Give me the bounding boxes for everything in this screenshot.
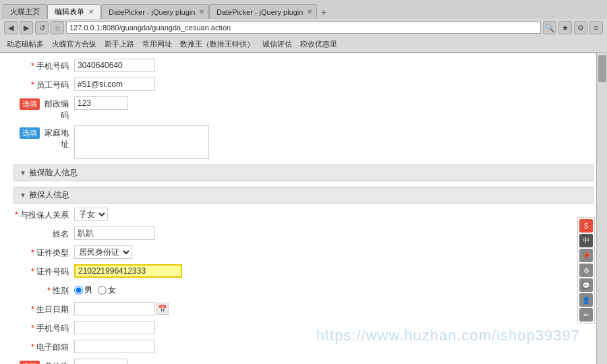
post-code-row: 选填 邮政编码 [13,96,594,121]
home-address-textarea[interactable] [74,125,209,159]
id-number-row: * 证件号码 [13,264,594,279]
address-bar-row: ◀ ▶ ↺ ⌂ 🔍 ★ ⚙ ≡ [0,19,607,36]
gender-label: * 性别 [13,283,74,297]
float-user-button[interactable]: 👤 [579,293,593,307]
mobile-input[interactable] [74,321,155,334]
post-code-label-container: 选填 邮政编码 [13,96,74,121]
address-input[interactable] [66,22,541,34]
relation-required-star: * [15,210,18,220]
page-content: * 手机号码 * 员工号码 选填 邮政编码 选填 家庭地址 被保险人信息 被保人… [0,53,607,364]
work-address-badge: 选填 [20,361,40,364]
gender-female-text: 女 [108,284,116,296]
calendar-icon[interactable]: 📅 [156,303,169,315]
phone-row: * 手机号码 [13,59,594,73]
birthday-required-star: * [31,305,34,314]
phone-required-star: * [31,61,34,71]
bookmark-icon[interactable]: ★ [558,21,572,34]
employee-num-input[interactable] [74,78,155,91]
birthday-input[interactable] [74,302,155,315]
mobile-row: * 手机号码 [13,321,594,336]
id-number-label: * 证件号码 [13,264,74,278]
tab-datepicker1-close[interactable]: ✕ [199,8,204,16]
birthday-label: * 生日日期 [13,302,74,315]
gender-required-star: * [47,286,51,295]
tab-datepicker2-label: DatePicker - jQuery plugin [216,8,303,16]
toolbar-credit[interactable]: 诚信评估 [260,38,295,50]
float-input-method[interactable]: 中 [579,234,593,247]
floating-toolbar: S 中 📌 ⚙ 💬 👤 ✏ [577,217,595,324]
back-button[interactable]: ◀ [4,21,18,34]
gender-female-label[interactable]: 女 [98,284,116,296]
home-address-row: 选填 家庭地址 [13,125,594,159]
name-label: 姓名 [13,226,74,240]
tab-datepicker2[interactable]: DatePicker - jQuery plugin ✕ [209,4,317,19]
relation-select[interactable]: 子女 [74,208,108,221]
search-icon[interactable]: 🔍 [543,21,556,34]
email-row: * 电子邮箱 [13,340,594,355]
id-type-label: * 证件类型 [13,245,74,259]
float-gear-button[interactable]: ⚙ [579,264,593,277]
tab-edit-form[interactable]: 编辑表单 ✕ [47,4,101,19]
toolbar-tuiwang[interactable]: 数推王（数推王特供） [177,38,257,50]
tab-datepicker1-label: DatePicker - jQuery plugin [109,8,195,16]
float-chat-button[interactable]: 💬 [579,278,593,292]
employee-num-row: * 员工号码 [13,78,594,92]
float-pin-button[interactable]: 📌 [579,249,593,262]
email-label: * 电子邮箱 [13,340,74,353]
id-type-required-star: * [31,248,34,257]
employee-required-star: * [31,80,34,90]
name-row: 姓名 [13,226,594,241]
tab-datepicker1[interactable]: DatePicker - jQuery plugin ✕ [101,4,209,19]
tab-edit-form-label: 编辑表单 [55,7,84,17]
relation-label: * 与投保人关系 [13,208,74,221]
gender-female-radio[interactable] [98,286,107,295]
float-s-button[interactable]: S [579,219,593,233]
birthday-date-row: 📅 [74,302,169,315]
post-code-badge: 选填 [20,98,40,110]
birthday-row: * 生日日期 📅 [13,302,594,317]
work-address-label-container: 选填 单位地址 [13,359,74,364]
mobile-label: * 手机号码 [13,321,74,334]
email-input[interactable] [74,340,155,353]
id-number-input[interactable] [74,264,182,278]
new-tab-button[interactable]: + [317,5,330,19]
gender-male-label[interactable]: 男 [74,284,92,296]
float-edit-button[interactable]: ✏ [579,308,593,322]
settings-icon[interactable]: ⚙ [574,21,587,34]
menu-icon[interactable]: ≡ [589,21,603,34]
toolbar-tax[interactable]: 税收优惠里 [297,38,340,50]
insured-person-section[interactable]: 被保人信息 [13,187,594,204]
relation-row: * 与投保人关系 子女 [13,208,594,222]
id-type-row: * 证件类型 居民身份证 [13,245,594,260]
tab-edit-form-close[interactable]: ✕ [88,8,94,16]
tab-datepicker2-close[interactable]: ✕ [307,8,312,16]
toolbar-beginner[interactable]: 新手上路 [102,38,137,50]
insured-info-section[interactable]: 被保险人信息 [13,164,594,181]
forward-button[interactable]: ▶ [20,21,33,34]
tab-bar: 火蝶主页 编辑表单 ✕ DatePicker - jQuery plugin ✕… [0,0,607,19]
id-type-select[interactable]: 居民身份证 [74,245,132,259]
work-address-input[interactable] [74,359,128,364]
toolbar-favorites[interactable]: 动态磁帖多 [4,38,47,50]
scrollbar-thumb[interactable] [598,55,606,82]
email-required-star: * [31,342,34,352]
id-number-required-star: * [31,267,34,276]
home-address-badge: 选填 [20,127,40,139]
work-address-row: 选填 单位地址 [13,359,594,364]
tab-homepage-label: 火蝶主页 [10,7,40,17]
scrollbar[interactable] [596,53,607,364]
home-button[interactable]: ⌂ [51,21,64,34]
name-input[interactable] [74,226,155,240]
home-address-label-container: 选填 家庭地址 [13,125,74,150]
refresh-button[interactable]: ↺ [35,21,49,34]
phone-input[interactable] [74,59,155,72]
employee-num-label: * 员工号码 [13,78,74,91]
gender-male-radio[interactable] [74,286,83,295]
tab-homepage[interactable]: 火蝶主页 [3,4,47,19]
mobile-required-star: * [31,324,34,333]
browser-chrome: 火蝶主页 编辑表单 ✕ DatePicker - jQuery plugin ✕… [0,0,607,53]
toolbar-official[interactable]: 火蝶官方合纵 [49,38,99,50]
toolbar-row: 动态磁帖多 火蝶官方合纵 新手上路 常用网址 数推王（数推王特供） 诚信评估 税… [0,36,607,53]
post-code-input[interactable] [74,96,128,110]
toolbar-common-url[interactable]: 常用网址 [140,38,175,50]
